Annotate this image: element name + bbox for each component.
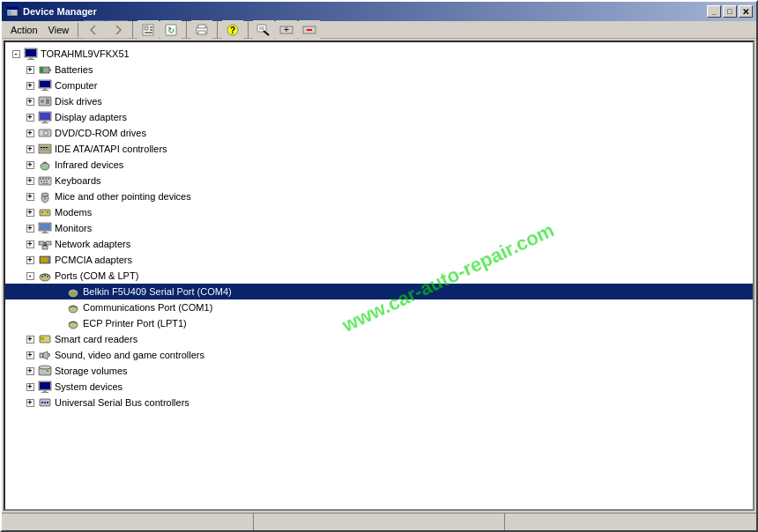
item-expander[interactable]: + <box>23 395 37 410</box>
svg-rect-28 <box>49 69 51 71</box>
item-label: Storage volumes <box>55 366 128 376</box>
item-label: Belkin F5U409 Serial Port (COM4) <box>83 286 232 297</box>
root-expander[interactable]: - <box>9 47 23 61</box>
item-expander[interactable]: + <box>23 110 37 124</box>
list-item[interactable]: + Mice and other pointing devices <box>5 188 753 204</box>
item-expander[interactable]: + <box>23 205 37 219</box>
list-item[interactable]: + Disk drives <box>5 93 753 109</box>
item-expander[interactable]: + <box>23 126 37 140</box>
item-expander[interactable]: - <box>23 269 37 283</box>
svg-rect-32 <box>43 88 47 90</box>
list-item[interactable]: + Modems <box>5 204 753 220</box>
item-label: Keyboards <box>55 175 101 186</box>
list-item[interactable]: + Monitors <box>5 220 753 236</box>
item-expander[interactable]: + <box>23 237 37 251</box>
svg-point-36 <box>41 100 44 103</box>
item-label: Batteries <box>55 64 93 75</box>
find-button[interactable] <box>253 20 274 40</box>
svg-rect-26 <box>27 59 34 60</box>
properties-button[interactable] <box>137 20 159 40</box>
list-item[interactable]: + Computer <box>5 78 753 93</box>
toolbar-separator-3 <box>217 21 218 39</box>
item-expander[interactable]: + <box>23 253 37 267</box>
svg-rect-35 <box>46 99 49 104</box>
item-expander[interactable]: + <box>23 78 37 92</box>
smartcard-icon <box>38 332 52 346</box>
minimize-button[interactable]: _ <box>707 5 721 18</box>
infrared-icon <box>38 158 52 172</box>
svg-marker-89 <box>43 351 48 359</box>
svg-rect-24 <box>26 49 36 56</box>
item-label: Sound, video and game controllers <box>55 350 204 360</box>
system-icon <box>38 380 52 394</box>
list-item[interactable]: + Network adapters <box>5 236 753 252</box>
list-item[interactable]: + IDE ATA/ATAPI controllers <box>5 141 753 157</box>
item-label: Network adapters <box>55 239 130 249</box>
serial-port-icon <box>66 284 80 299</box>
modem-icon <box>38 205 52 219</box>
refresh-button[interactable]: ↻ <box>160 20 182 40</box>
item-expander[interactable]: + <box>23 221 37 235</box>
svg-rect-39 <box>43 121 47 122</box>
svg-rect-67 <box>40 224 50 230</box>
item-expander[interactable]: + <box>23 189 37 203</box>
mouse-icon <box>38 189 52 203</box>
device-manager-window: Device Manager _ □ ✕ Action View <box>0 0 758 532</box>
svg-rect-51 <box>40 178 41 180</box>
help-button[interactable]: ? <box>222 20 243 40</box>
add-hardware-button[interactable]: + <box>276 20 297 40</box>
svg-point-100 <box>47 402 48 403</box>
item-expander[interactable]: + <box>23 332 37 346</box>
list-item[interactable]: + Batteries <box>5 62 753 78</box>
title-bar: Device Manager _ □ ✕ <box>2 2 756 21</box>
list-item[interactable]: + Universal Serial Bus controllers <box>5 395 753 410</box>
item-expander[interactable]: + <box>23 94 37 108</box>
print-button[interactable] <box>191 20 212 40</box>
maximize-button[interactable]: □ <box>723 5 737 18</box>
svg-rect-47 <box>43 147 45 148</box>
item-expander[interactable]: + <box>23 174 37 188</box>
list-item[interactable]: + Smart card readers <box>5 331 753 347</box>
tree-root[interactable]: - TORAHML9VFKX51 <box>5 46 753 62</box>
list-item[interactable]: + System devices <box>5 379 753 395</box>
printer-port-icon <box>66 316 80 330</box>
list-item[interactable]: + Storage volumes <box>5 363 753 379</box>
list-item[interactable]: - Ports (COM & LPT) <box>5 268 753 284</box>
svg-point-64 <box>44 211 46 213</box>
item-expander[interactable]: + <box>23 158 37 172</box>
svg-point-92 <box>47 370 48 372</box>
svg-rect-95 <box>43 390 47 392</box>
list-item[interactable]: + PCMCIA adapters <box>5 252 753 268</box>
item-expander[interactable]: + <box>23 142 37 156</box>
item-expander[interactable]: + <box>23 348 37 362</box>
list-item[interactable]: + Communications Port (COM1) <box>5 299 753 315</box>
forward-button[interactable] <box>107 20 128 40</box>
item-expander[interactable]: + <box>23 380 37 394</box>
back-button[interactable] <box>84 20 105 40</box>
svg-rect-4 <box>145 26 148 30</box>
list-item[interactable]: + ECP Printer Port (LPT1) <box>5 315 753 331</box>
tree-view[interactable]: www.car-auto-repair.com - TORAHML9VFKX51 <box>4 41 754 511</box>
remove-button[interactable] <box>299 20 320 40</box>
list-item[interactable]: + Display adapters <box>5 109 753 125</box>
item-label: Universal Serial Bus controllers <box>55 397 190 408</box>
menu-action[interactable]: Action <box>5 23 43 37</box>
svg-rect-70 <box>39 241 44 245</box>
list-item[interactable]: + Belkin F5U409 Serial Port (COM4) <box>5 284 753 299</box>
cdrom-icon <box>38 126 52 140</box>
svg-rect-55 <box>41 181 42 182</box>
list-item[interactable]: + Keyboards <box>5 173 753 188</box>
sound-icon <box>38 348 52 362</box>
list-item[interactable]: + Sound, video and game controllers <box>5 347 753 363</box>
svg-point-63 <box>41 211 43 213</box>
svg-rect-56 <box>43 181 45 182</box>
item-expander[interactable]: + <box>23 364 37 378</box>
item-expander[interactable]: + <box>23 63 37 77</box>
list-item[interactable]: + Infrared devices <box>5 157 753 173</box>
ide-icon <box>38 142 52 156</box>
svg-rect-53 <box>45 178 47 180</box>
svg-rect-68 <box>43 231 47 233</box>
close-button[interactable]: ✕ <box>739 5 753 18</box>
list-item[interactable]: + DVD/CD-ROM drives <box>5 125 753 141</box>
menu-view[interactable]: View <box>43 23 75 37</box>
